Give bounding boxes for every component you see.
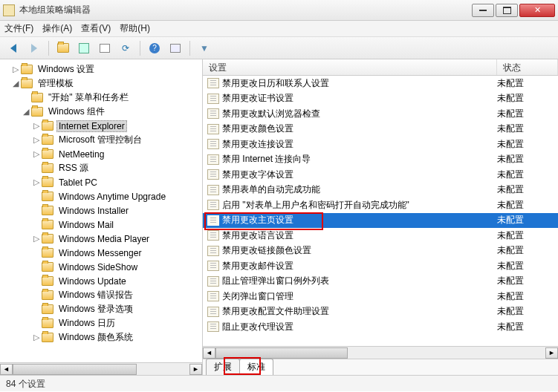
list-row[interactable]: 禁用更改默认浏览器检查未配置 xyxy=(203,106,558,122)
list-row[interactable]: 禁用更改日历和联系人设置未配置 xyxy=(203,76,558,91)
tree-item[interactable]: ▷Windows 颜色系统 xyxy=(1,330,202,344)
setting-icon xyxy=(207,321,219,332)
scroll-right-button[interactable]: ► xyxy=(189,364,202,375)
tree-item[interactable]: ▷Windows 设置 xyxy=(1,62,202,76)
up-button[interactable] xyxy=(54,40,72,56)
menu-action[interactable]: 操作(A) xyxy=(42,22,72,35)
tree-item-selected[interactable]: ▷Internet Explorer xyxy=(1,119,202,133)
window-title: 本地组策略编辑器 xyxy=(19,4,472,16)
list-row[interactable]: 阻止管理弹出窗口例外列表未配置 xyxy=(203,274,558,290)
list-row[interactable]: 禁用 Internet 连接向导未配置 xyxy=(203,152,558,168)
tree-view[interactable]: ▷Windows 设置 ◢管理模板 "开始" 菜单和任务栏 ◢Windows 组… xyxy=(0,59,202,347)
list-row[interactable]: 禁用更改字体设置未配置 xyxy=(203,167,558,183)
tree-item[interactable]: ▷Windows Media Player xyxy=(1,232,202,246)
list-row[interactable]: 阻止更改代理设置未配置 xyxy=(203,319,558,335)
setting-icon xyxy=(207,276,219,287)
list-row[interactable]: 禁用更改配置文件助理设置未配置 xyxy=(203,304,558,320)
tree-item[interactable]: ▷Microsoft 管理控制台 xyxy=(1,133,202,147)
status-text: 84 个设置 xyxy=(6,379,45,389)
list-row[interactable]: 禁用更改链接颜色设置未配置 xyxy=(203,244,558,259)
show-hide-tree-button[interactable] xyxy=(75,40,93,56)
maximize-button[interactable] xyxy=(496,4,518,17)
scroll-left-button[interactable]: ◄ xyxy=(203,347,215,359)
setting-icon xyxy=(207,215,219,226)
tree-item[interactable]: ▷NetMeeting xyxy=(1,147,202,161)
setting-icon xyxy=(207,291,219,301)
back-button[interactable] xyxy=(4,40,22,56)
tab-standard[interactable]: 标准 xyxy=(239,359,273,375)
setting-icon xyxy=(207,78,219,88)
setting-icon xyxy=(207,185,219,195)
list-row[interactable]: 启用 "对表单上用户名和密码打开自动完成功能"未配置 xyxy=(203,197,558,213)
menu-help[interactable]: 帮助(H) xyxy=(120,22,150,35)
tab-extended[interactable]: 扩展 xyxy=(206,359,240,375)
setting-icon xyxy=(207,108,219,119)
setting-icon xyxy=(207,246,219,256)
setting-icon xyxy=(207,139,219,149)
tree-item[interactable]: "开始" 菜单和任务栏 xyxy=(1,91,202,105)
setting-icon xyxy=(207,124,219,134)
list-row[interactable]: 禁用表单的自动完成功能未配置 xyxy=(203,183,558,198)
list-row[interactable]: 禁用更改邮件设置未配置 xyxy=(203,258,558,274)
setting-icon xyxy=(207,154,219,165)
list-row[interactable]: 禁用更改证书设置未配置 xyxy=(203,91,558,107)
column-setting[interactable]: 设置 xyxy=(203,59,497,75)
tree-item[interactable]: Windows Update xyxy=(1,274,202,288)
forward-button[interactable] xyxy=(25,40,43,56)
help-button[interactable]: ? xyxy=(146,40,163,56)
tree-item[interactable]: ◢管理模板 xyxy=(1,76,202,91)
setting-icon xyxy=(207,230,219,241)
settings-list[interactable]: 禁用更改日历和联系人设置未配置 禁用更改证书设置未配置 禁用更改默认浏览器检查未… xyxy=(203,76,558,346)
menu-file[interactable]: 文件(F) xyxy=(4,22,33,35)
refresh-button[interactable]: ⟳ xyxy=(117,40,134,56)
list-header[interactable]: 设置 状态 xyxy=(203,59,558,76)
tree-item[interactable]: RSS 源 xyxy=(1,161,202,175)
setting-icon xyxy=(207,307,219,317)
tree-item[interactable]: ◢Windows 组件 xyxy=(1,105,202,119)
status-bar: 84 个设置 xyxy=(0,375,558,391)
tree-item[interactable]: Windows 登录选项 xyxy=(1,302,202,316)
tree-item[interactable]: Windows Anytime Upgrade xyxy=(1,189,202,203)
tree-item[interactable]: Windows Mail xyxy=(1,218,202,232)
column-state[interactable]: 状态 xyxy=(497,59,558,75)
setting-icon xyxy=(207,169,219,180)
app-icon xyxy=(3,4,15,16)
scroll-left-button[interactable]: ◄ xyxy=(0,364,13,375)
list-row[interactable]: 禁用更改语言设置未配置 xyxy=(203,228,558,244)
scroll-right-button[interactable]: ► xyxy=(545,347,558,359)
tree-item[interactable]: Windows SideShow xyxy=(1,260,202,274)
setting-icon xyxy=(207,94,219,104)
tree-item[interactable]: ▷Tablet PC xyxy=(1,175,202,189)
tree-item[interactable]: Windows Installer xyxy=(1,203,202,218)
minimize-button[interactable] xyxy=(472,4,494,17)
tree-item[interactable]: Windows 错误报告 xyxy=(1,288,202,302)
list-row[interactable]: 关闭弹出窗口管理未配置 xyxy=(203,289,558,304)
properties-button[interactable] xyxy=(166,40,184,56)
close-button[interactable] xyxy=(519,4,555,17)
setting-icon xyxy=(207,261,219,271)
menu-view[interactable]: 查看(V) xyxy=(81,22,111,35)
tree-item[interactable]: Windows Messenger xyxy=(1,246,202,260)
filter-button[interactable]: ▼ xyxy=(195,40,213,56)
export-button[interactable] xyxy=(96,40,114,56)
list-row[interactable]: 禁用更改连接设置未配置 xyxy=(203,137,558,152)
tree-item[interactable]: Windows 日历 xyxy=(1,316,202,330)
list-row[interactable]: 禁用更改颜色设置未配置 xyxy=(203,122,558,137)
setting-icon xyxy=(207,200,219,210)
list-row-selected[interactable]: 禁用更改主页设置未配置 xyxy=(203,213,558,229)
